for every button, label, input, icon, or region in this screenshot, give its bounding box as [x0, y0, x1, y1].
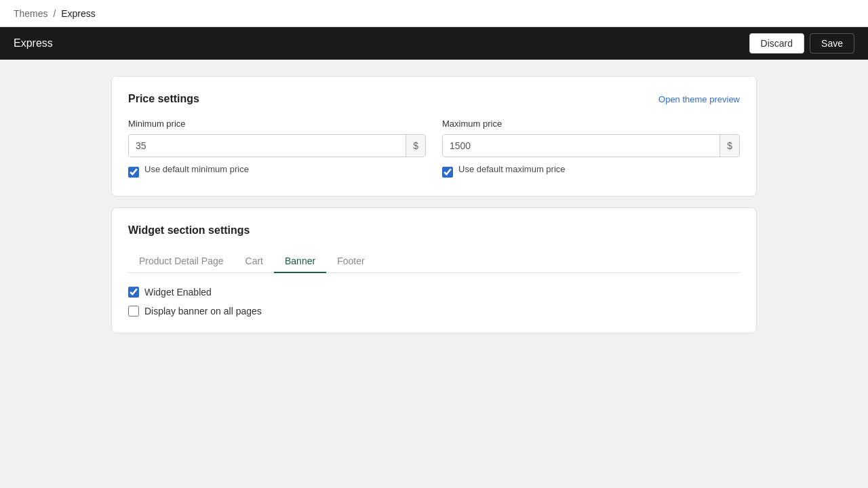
- header-actions: Discard Save: [749, 33, 854, 54]
- main-content: Price settings Open theme preview Minimu…: [95, 60, 773, 361]
- max-price-label: Maximum price: [442, 119, 740, 129]
- max-price-suffix: $: [719, 135, 739, 157]
- price-settings-title: Price settings: [128, 93, 199, 105]
- breadcrumb-themes[interactable]: Themes: [14, 8, 48, 19]
- widget-enabled-label[interactable]: Widget Enabled: [144, 287, 212, 298]
- max-price-input[interactable]: [443, 135, 719, 157]
- display-banner-row: Display banner on all pages: [128, 306, 740, 317]
- min-price-checkbox-row: Use default minimum price: [128, 164, 426, 180]
- min-price-checkbox[interactable]: [128, 167, 139, 178]
- tabs: Product Detail Page Cart Banner Footer: [128, 250, 740, 273]
- widget-settings-title: Widget section settings: [128, 224, 250, 237]
- widget-enabled-row: Widget Enabled: [128, 287, 740, 298]
- price-grid: Minimum price $ Use default minimum pric…: [128, 119, 740, 180]
- price-settings-card: Price settings Open theme preview Minimu…: [111, 76, 757, 197]
- header-bar: Express Discard Save: [0, 27, 868, 60]
- price-settings-header: Price settings Open theme preview: [128, 93, 740, 105]
- discard-button[interactable]: Discard: [749, 33, 804, 54]
- open-theme-preview-link[interactable]: Open theme preview: [658, 94, 740, 104]
- header-title: Express: [14, 37, 53, 49]
- widget-settings-card: Widget section settings Product Detail P…: [111, 207, 757, 333]
- min-price-input[interactable]: [129, 135, 406, 157]
- breadcrumb-separator: /: [53, 8, 56, 19]
- max-price-field: Maximum price $ Use default maximum pric…: [442, 119, 740, 180]
- save-button[interactable]: Save: [810, 33, 854, 54]
- max-price-checkbox-row: Use default maximum price: [442, 164, 740, 180]
- max-price-input-wrapper: $: [442, 134, 740, 157]
- min-price-suffix: $: [406, 135, 425, 157]
- max-price-checkbox[interactable]: [442, 167, 453, 178]
- min-price-field: Minimum price $ Use default minimum pric…: [128, 119, 426, 180]
- widget-enabled-checkbox[interactable]: [128, 287, 139, 298]
- max-price-checkbox-label[interactable]: Use default maximum price: [458, 164, 566, 174]
- widget-settings-header: Widget section settings: [128, 224, 740, 237]
- tab-footer[interactable]: Footer: [326, 250, 375, 273]
- tab-product-detail-page[interactable]: Product Detail Page: [128, 250, 235, 273]
- tab-banner[interactable]: Banner: [274, 250, 326, 273]
- min-price-input-wrapper: $: [128, 134, 426, 157]
- breadcrumb-current: Express: [61, 8, 96, 19]
- display-banner-checkbox[interactable]: [128, 306, 139, 317]
- breadcrumb-bar: Themes / Express: [0, 0, 868, 27]
- min-price-checkbox-label[interactable]: Use default minimum price: [144, 164, 249, 174]
- widget-options: Widget Enabled Display banner on all pag…: [128, 287, 740, 317]
- breadcrumb: Themes / Express: [14, 8, 96, 19]
- display-banner-label[interactable]: Display banner on all pages: [144, 306, 262, 317]
- tab-cart[interactable]: Cart: [235, 250, 274, 273]
- min-price-label: Minimum price: [128, 119, 426, 129]
